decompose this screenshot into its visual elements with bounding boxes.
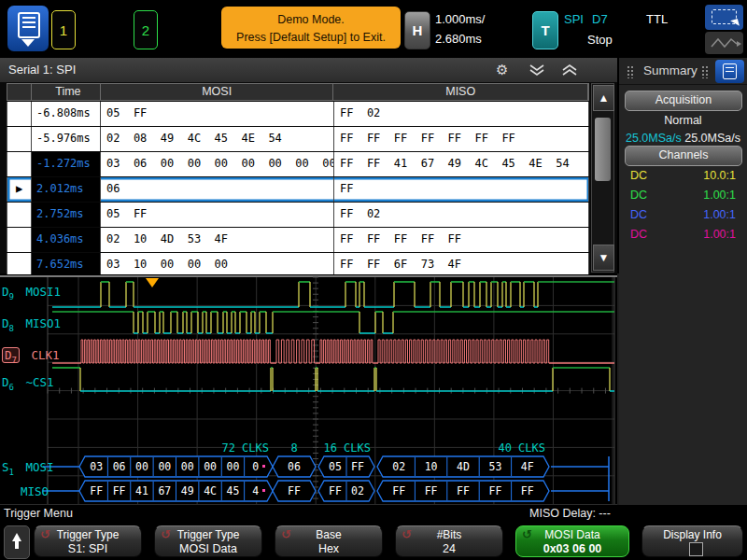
sidebar-title: Summary <box>643 63 698 77</box>
banner-line2: Press [Default Setup] to Exit. <box>221 29 401 47</box>
acquisition-mode: Normal <box>619 114 747 127</box>
zoom-select-button[interactable] <box>705 5 743 30</box>
table-scrollbar[interactable]: ▲ ▼ <box>591 83 614 273</box>
table-row[interactable]: 2.752ms 05 FFFF 02 <box>7 203 589 227</box>
table-row-selected[interactable]: ▶ 2.012ms 06FF <box>7 177 589 202</box>
waveform-tool-button[interactable] <box>705 32 743 54</box>
trigger-level-readout: TTL <box>646 12 668 26</box>
serial-bus-row-miso[interactable]: MISO <box>21 484 49 498</box>
timebase-delay: 2.680ms <box>435 32 482 46</box>
banner-line1: Demo Mode. <box>221 11 401 29</box>
analog-sample-rate: 25.0MSa/s <box>684 132 740 145</box>
summary-sidebar: Summary Acquisition Normal 25.0MSa/s 25.… <box>619 58 747 505</box>
ch4-coupling: DC <box>630 228 647 241</box>
digital-channel-label-d8[interactable]: D8 MISO1 <box>2 316 61 333</box>
drag-grip-icon[interactable] <box>627 65 634 78</box>
acquisition-button[interactable]: Acquisition <box>625 91 742 111</box>
bus-signal-name: ~CS1 <box>25 375 53 389</box>
channel-4-summary: DC 1.00:1 <box>630 228 736 241</box>
bus-signal-name: MOSI1 <box>25 285 61 299</box>
horizontal-button[interactable]: H <box>404 11 430 49</box>
softkey-bits[interactable]: ↺ #Bits 24 <box>395 525 503 557</box>
channel-2-summary: DC 1.00:1 <box>630 189 736 202</box>
serial-decode-window: Serial 1: SPI ⚙ Time MOSI MISO -6.808ms … <box>0 58 617 273</box>
digital-sample-rate: 25.0MSa/s <box>626 132 682 145</box>
softkey-trigger-type[interactable]: ↺ Trigger Type MOSI Data <box>154 525 262 557</box>
table-row[interactable]: 4.036ms 02 10 4D 53 4FFF FF FF FF FF <box>7 228 589 252</box>
sidebar-menu-button[interactable] <box>715 60 744 83</box>
entry-knob-icon: ↺ <box>281 527 291 541</box>
trigger-position-marker[interactable] <box>146 278 159 287</box>
ch4-probe: 1.00:1 <box>703 228 736 241</box>
selected-row-marker-icon: ▶ <box>7 177 32 202</box>
bus-row-miso-label: MISO <box>21 484 49 498</box>
status-bar: Trigger Menu MISO Delay: --- <box>0 505 747 523</box>
trigger-source-readout: D7 <box>592 12 608 26</box>
menu-name: Trigger Menu <box>4 507 73 520</box>
channel-1-summary: DC 10.0:1 <box>630 169 736 182</box>
table-row[interactable]: -5.976ms 02 08 49 4C 45 4E 54FF FF FF FF… <box>7 127 589 151</box>
header-miso: MISO <box>333 84 588 100</box>
expand-all-icon[interactable] <box>560 64 579 77</box>
display-info-checkbox[interactable] <box>689 542 703 556</box>
menu-icon <box>723 63 737 79</box>
table-row[interactable]: -1.272ms 03 06 00 00 00 00 00 00 00FF FF… <box>7 152 589 176</box>
header-time: Time <box>32 84 101 100</box>
serial-window-titlebar[interactable]: Serial 1: SPI <box>0 58 617 82</box>
timebase-scale: 1.000ms/ <box>435 12 485 26</box>
bus-signal-name: MISO1 <box>25 316 61 330</box>
header-mosi: MOSI <box>101 84 334 100</box>
softkey-display-info[interactable]: Display Info <box>641 525 743 557</box>
decode-table-header: Time MOSI MISO <box>7 83 589 101</box>
channel-3-summary: DC 1.00:1 <box>630 208 736 221</box>
decode-table: Time MOSI MISO -6.808ms 05 FFFF 02 -5.97… <box>7 83 589 273</box>
scrollbar-thumb[interactable] <box>595 118 611 181</box>
menu-icon <box>18 12 40 38</box>
ch1-coupling: DC <box>630 169 647 182</box>
entry-knob-icon: ↺ <box>40 527 50 541</box>
digital-channel-label-d6[interactable]: D6 ~CS1 <box>2 375 54 392</box>
entry-knob-icon: ↺ <box>161 527 171 541</box>
demo-mode-banner: Demo Mode. Press [Default Setup] to Exit… <box>221 7 401 49</box>
gear-icon[interactable]: ⚙ <box>496 62 508 78</box>
collapse-all-icon[interactable] <box>528 64 546 77</box>
ch1-probe: 10.0:1 <box>703 169 736 182</box>
sample-rates: 25.0MSa/s 25.0MSa/s <box>619 132 747 145</box>
channel-2-button[interactable]: 2 <box>134 10 158 49</box>
digital-channel-label-d7-selected[interactable]: D7 CLK1 <box>2 348 60 365</box>
ch3-coupling: DC <box>630 208 647 221</box>
softkey-trigger-type-bus[interactable]: ↺ Trigger Type S1: SPI <box>34 525 142 557</box>
ch3-probe: 1.00:1 <box>703 208 736 221</box>
softkey-mosi-data-active[interactable]: ↺ MOSI Data 0x03 06 00 <box>515 525 629 557</box>
cursor-arrow-icon <box>730 19 740 28</box>
scroll-up-button[interactable]: ▲ <box>593 85 614 111</box>
serial-window-title: Serial 1: SPI <box>8 63 76 77</box>
entry-knob-icon: ↺ <box>402 527 412 541</box>
softkey-base[interactable]: ↺ Base Hex <box>275 525 383 557</box>
trigger-button[interactable]: T <box>532 11 558 49</box>
drag-grip-icon[interactable] <box>701 65 709 78</box>
bus-signal-name: CLK1 <box>31 348 59 362</box>
main-menu-button[interactable] <box>7 6 49 51</box>
table-row[interactable]: -6.808ms 05 FFFF 02 <box>7 102 589 126</box>
ch2-coupling: DC <box>630 189 647 202</box>
header-marker-col <box>7 84 32 100</box>
scroll-down-button[interactable]: ▼ <box>593 245 614 271</box>
serial-bus-label-s1[interactable]: S1 MOSI <box>2 460 54 477</box>
sidebar-titlebar: Summary <box>619 58 747 85</box>
trigger-bus-readout: SPI <box>564 12 584 26</box>
channels-button[interactable]: Channels <box>625 146 742 166</box>
chevron-down-icon <box>21 39 35 47</box>
channel-1-button[interactable]: 1 <box>51 10 76 49</box>
waveform-display <box>0 277 617 505</box>
table-row[interactable]: 7.652ms 03 10 00 00 00FF FF 6F 73 4F <box>7 253 589 274</box>
oscilloscope-screen: 1 2 Demo Mode. Press [Default Setup] to … <box>0 0 747 560</box>
waveform-arrows-icon <box>705 32 743 54</box>
entry-knob-icon: ↺ <box>522 527 532 541</box>
bus-row-mosi-label: MOSI <box>25 460 53 474</box>
ch2-probe: 1.00:1 <box>703 189 736 202</box>
run-state-readout: Stop <box>587 33 613 47</box>
back-up-menu-softkey[interactable] <box>4 525 30 559</box>
digital-channel-label-d9[interactable]: D9 MOSI1 <box>2 285 61 301</box>
miso-delay-readout: MISO Delay: --- <box>529 507 611 520</box>
